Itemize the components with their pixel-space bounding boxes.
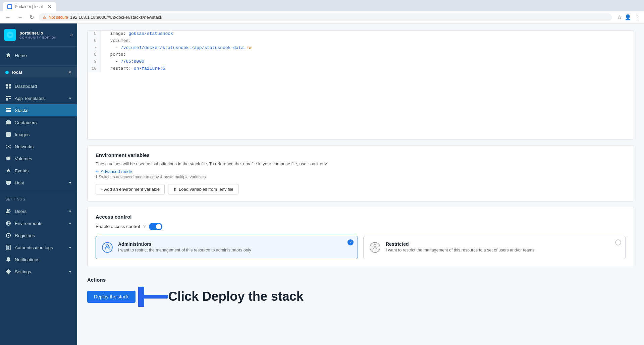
sidebar-item-registries[interactable]: Registries [0, 229, 77, 241]
help-icon: ? [143, 224, 146, 229]
code-line-8: 8 ports: [88, 51, 634, 58]
home-label: Home [15, 53, 27, 58]
admin-card-check: ✓ [347, 239, 354, 245]
browser-toolbar: ← → ↻ ⚠ Not secure 192.168.1.18:9000/#!/… [0, 11, 644, 23]
images-label: Images [15, 132, 30, 137]
environments-label: Environments [15, 221, 43, 226]
auth-logs-arrow: ▼ [68, 246, 72, 249]
tab-label: Portainer | local [15, 4, 43, 9]
add-env-variable-button[interactable]: + Add an environment variable [96, 184, 165, 194]
env-variables-desc: These values will be used as substitutio… [96, 161, 626, 166]
code-line-6: 6 volumes: [88, 38, 634, 45]
auth-logs-label: Authentication logs [15, 245, 53, 250]
sidebar-item-networks[interactable]: Networks [0, 140, 77, 153]
logo-sub: COMMUNITY EDITION [19, 36, 57, 39]
menu-dots-icon[interactable]: ⋮ [635, 14, 641, 20]
click-deploy-text: Click Deploy the stack [168, 289, 304, 304]
browser-tab-active[interactable]: Portainer | local ✕ [3, 2, 56, 11]
restricted-card-check [615, 239, 621, 245]
admin-card-desc: I want to restrict the management of thi… [118, 248, 251, 252]
sidebar-item-stacks[interactable]: Stacks [0, 104, 77, 116]
check-circle-filled: ✓ [347, 239, 354, 245]
admin-card-icon [101, 241, 113, 253]
environments-icon [5, 220, 11, 226]
registries-icon [5, 232, 11, 238]
env-close-button[interactable]: ✕ [68, 70, 72, 75]
svg-point-26 [7, 209, 9, 211]
actions-section: Actions Deploy the stack [87, 272, 634, 312]
settings-section-label: Settings [0, 194, 77, 203]
arrow-icon [138, 287, 168, 307]
enable-access-control-row: Enable access control ? [96, 223, 626, 230]
users-arrow: ▼ [68, 210, 72, 213]
code-line-10: 10 restart: on-failure:5 [88, 65, 634, 72]
sidebar-item-app-templates[interactable]: App Templates ▼ [0, 92, 77, 104]
auth-logs-icon [5, 244, 11, 250]
code-line-9: 9 - 7785:8000 [88, 58, 634, 65]
svg-rect-6 [6, 96, 11, 97]
reload-button[interactable]: ↻ [28, 13, 36, 21]
admin-card-title: Administrators [118, 241, 251, 247]
code-line-5: 5 image: goksan/statusnook [88, 31, 634, 38]
forward-button[interactable]: → [15, 14, 25, 21]
template-icon [5, 95, 11, 101]
app-templates-label: App Templates [15, 96, 45, 101]
env-badge [5, 71, 9, 74]
sidebar-item-settings[interactable]: Settings ▼ [0, 266, 77, 278]
address-bar[interactable]: ⚠ Not secure 192.168.1.18:9000/#!/2/dock… [39, 13, 612, 21]
users-icon [5, 208, 11, 214]
volumes-icon [5, 156, 11, 162]
back-button[interactable]: ← [3, 14, 13, 21]
click-deploy-annotation: Click Deploy the stack [138, 287, 304, 307]
bookmark-icon[interactable]: ☆ [617, 14, 622, 20]
main-content: 5 image: goksan/statusnook 6 volumes: 7 … [77, 23, 644, 345]
code-line-7: 7 - /volume1/docker/statusnook:/app/stat… [88, 45, 634, 52]
home-icon [5, 52, 11, 58]
tab-close-button[interactable]: ✕ [48, 4, 52, 9]
sidebar-item-events[interactable]: Events [0, 165, 77, 177]
sidebar-item-dashboard[interactable]: Dashboard [0, 80, 77, 92]
sidebar-item-notifications[interactable]: Notifications [0, 253, 77, 266]
edit-icon: ✏ [96, 169, 99, 174]
env-action-buttons: + Add an environment variable ⬆ Load var… [96, 184, 626, 194]
networks-icon [5, 143, 11, 150]
svg-rect-3 [9, 84, 11, 86]
svg-point-37 [102, 242, 112, 252]
sidebar-item-containers[interactable]: Containers [0, 116, 77, 128]
environments-arrow: ▼ [68, 222, 72, 225]
profile-icon[interactable]: 👤 [625, 14, 631, 20]
code-editor-empty-space [88, 72, 634, 139]
portainer-logo-icon [4, 29, 16, 41]
logo-text: portainer.io [19, 31, 57, 36]
access-control-toggle[interactable] [149, 223, 162, 230]
sidebar-item-environments[interactable]: Environments ▼ [0, 217, 77, 229]
notifications-label: Notifications [15, 257, 40, 262]
sidebar-item-volumes[interactable]: Volumes [0, 153, 77, 165]
deploy-stack-button[interactable]: Deploy the stack [87, 291, 136, 303]
sidebar: portainer.io COMMUNITY EDITION « Home lo… [0, 23, 77, 345]
settings-label: Settings [15, 269, 31, 274]
svg-rect-5 [9, 87, 11, 89]
access-card-administrators[interactable]: Administrators I want to restrict the ma… [96, 236, 358, 259]
sidebar-collapse-button[interactable]: « [70, 32, 73, 38]
settings-arrow: ▼ [68, 270, 72, 274]
upload-icon: ⬆ [173, 187, 177, 192]
svg-rect-9 [6, 108, 11, 109]
advanced-mode-link[interactable]: ✏ Advanced mode [96, 169, 626, 174]
sidebar-item-images[interactable]: Images [0, 128, 77, 140]
svg-rect-25 [6, 181, 11, 184]
load-env-file-button[interactable]: ⬆ Load variables from .env file [168, 184, 238, 194]
sidebar-item-home[interactable]: Home [0, 49, 77, 61]
settings-icon [5, 269, 11, 275]
sidebar-item-users[interactable]: Users ▼ [0, 205, 77, 217]
access-card-restricted[interactable]: Restricted I want to restrict the manage… [363, 236, 626, 259]
sidebar-item-host[interactable]: Host ▼ [0, 177, 77, 189]
info-icon: ℹ [96, 175, 97, 179]
sidebar-item-auth-logs[interactable]: Authentication logs ▼ [0, 241, 77, 253]
sidebar-header: portainer.io COMMUNITY EDITION « [0, 23, 77, 47]
svg-line-22 [6, 147, 8, 148]
stacks-label: Stacks [15, 108, 29, 113]
volumes-label: Volumes [15, 156, 32, 161]
restricted-card-desc: I want to restrict the management of thi… [386, 248, 534, 252]
networks-label: Networks [15, 144, 34, 149]
